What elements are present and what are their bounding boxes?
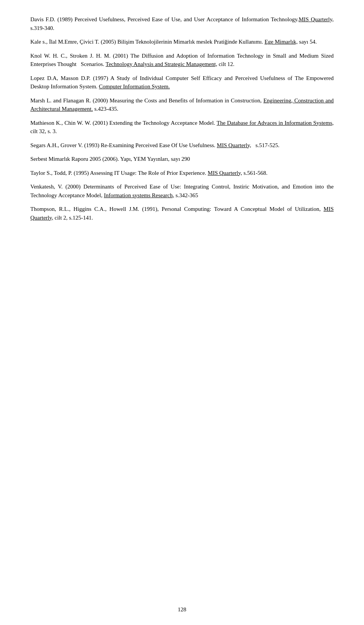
reference-serbest: Serbest Mimarlık Raporu 2005 (2006). Yap… <box>30 155 334 163</box>
page-number-container: 128 <box>0 605 364 614</box>
reference-lopez-text: Lopez D.A, Masson D.P. (1997) A Study of… <box>30 74 334 91</box>
reference-mathieson-text: Mathieson K., Chin W. W. (2001) Extendin… <box>30 119 334 136</box>
reference-kale: Kale s., İlal M.Emre, Çivici T. (2005) B… <box>30 38 334 46</box>
references-section: Davis F.D. (1989) Perceived Usefulness, … <box>30 15 334 222</box>
reference-marsh-text: Marsh L. and Flanagan R. (2000) Measurin… <box>30 96 334 113</box>
reference-kale-text: Kale s., İlal M.Emre, Çivici T. (2005) B… <box>30 38 334 46</box>
reference-davis-text: Davis F.D. (1989) Perceived Usefulness, … <box>30 15 334 32</box>
reference-lopez: Lopez D.A, Masson D.P. (1997) A Study of… <box>30 74 334 91</box>
reference-knol-text: Knol W. H. C., Stroken J. H. M. (2001) T… <box>30 52 334 69</box>
reference-marsh: Marsh L. and Flanagan R. (2000) Measurin… <box>30 96 334 113</box>
reference-thompson-text: Thompson, R.L., Higgins C.A., Howell J.M… <box>30 205 334 222</box>
reference-thompson: Thompson, R.L., Higgins C.A., Howell J.M… <box>30 205 334 222</box>
reference-davis: Davis F.D. (1989) Perceived Usefulness, … <box>30 15 334 32</box>
reference-venkatesh: Venkatesh, V. (2000) Determinants of Per… <box>30 182 334 199</box>
reference-venkatesh-text: Venkatesh, V. (2000) Determinants of Per… <box>30 182 334 199</box>
reference-segars: Segars A.H., Grover V. (1993) Re-Examini… <box>30 141 334 150</box>
reference-taylor-text: Taylor S., Todd, P. (1995) Assessing IT … <box>30 169 334 177</box>
reference-knol: Knol W. H. C., Stroken J. H. M. (2001) T… <box>30 52 334 69</box>
reference-mathieson: Mathieson K., Chin W. W. (2001) Extendin… <box>30 119 334 136</box>
page-number: 128 <box>178 606 187 612</box>
reference-segars-text: Segars A.H., Grover V. (1993) Re-Examini… <box>30 141 334 150</box>
reference-serbest-text: Serbest Mimarlık Raporu 2005 (2006). Yap… <box>30 155 334 163</box>
reference-taylor: Taylor S., Todd, P. (1995) Assessing IT … <box>30 169 334 177</box>
